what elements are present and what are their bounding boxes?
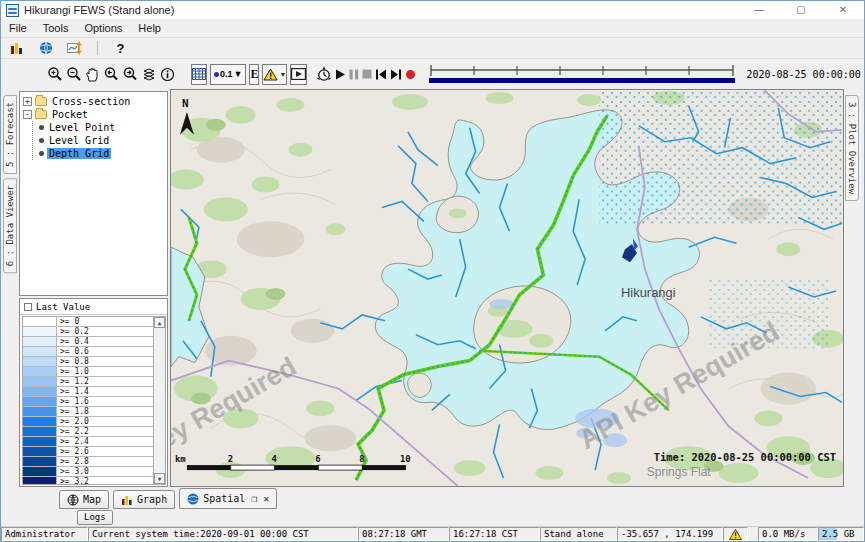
bottom-tab-bar: Map Graph Spatial ❐ ✕ <box>1 487 864 509</box>
first-frame-button[interactable] <box>375 64 387 85</box>
legend-row[interactable]: >= 2.6 <box>23 447 153 457</box>
legend-row[interactable]: >= 2.4 <box>23 437 153 447</box>
legend-row[interactable]: >= 2.0 <box>23 417 153 427</box>
scroll-down-icon[interactable]: ▼ <box>154 473 165 484</box>
chevron-down-icon: ▼ <box>234 69 243 79</box>
legend-row[interactable]: >= 2.8 <box>23 457 153 467</box>
tab-spatial[interactable]: Spatial ❐ ✕ <box>179 488 277 509</box>
tab-plot-overview[interactable]: 3 : Plot Overview <box>845 95 859 201</box>
bars-icon <box>10 41 24 55</box>
stop-button[interactable] <box>362 64 372 85</box>
zoom-previous-icon <box>103 66 119 82</box>
legend-swatch <box>23 347 57 356</box>
stream-dots-ne <box>599 90 843 224</box>
tree-item-pocket[interactable]: - Pocket <box>23 108 167 121</box>
map-canvas[interactable]: API Key Required API Key Required Hikura… <box>170 89 844 487</box>
legend-row[interactable]: >= 1.0 <box>23 367 153 377</box>
layers-button[interactable] <box>141 64 157 85</box>
pan-button[interactable] <box>85 64 100 85</box>
status-gmt-time: 08:27:18 GMT <box>358 527 449 541</box>
maximize-button[interactable]: ▢ <box>780 1 822 19</box>
legend-row[interactable]: >= 0 <box>23 317 153 327</box>
close-button[interactable]: ✕ <box>822 1 864 19</box>
legend-swatch <box>23 477 57 485</box>
scale-tick: 4 <box>272 454 277 464</box>
explorer-button[interactable] <box>6 38 27 59</box>
expand-icon[interactable]: + <box>23 97 32 106</box>
toolbar-separator <box>97 41 98 55</box>
svg-text:N: N <box>182 97 189 110</box>
tree-item-label: Level Grid <box>47 135 111 146</box>
folder-icon <box>35 97 47 106</box>
legend-swatch <box>23 357 57 366</box>
legend-swatch <box>23 417 57 426</box>
app-logo-icon <box>6 4 19 17</box>
skip-start-icon <box>375 69 387 80</box>
legend-row[interactable]: >= 2.2 <box>23 427 153 437</box>
tree-item-level-point[interactable]: Level Point <box>37 121 167 134</box>
legend-row[interactable]: >= 1.6 <box>23 397 153 407</box>
class-break-dropdown[interactable]: 0.1 ▼ <box>210 64 246 85</box>
tree-item-level-grid[interactable]: Level Grid <box>37 134 167 147</box>
logs-row: Logs <box>1 509 864 526</box>
map-display-button[interactable] <box>35 38 56 59</box>
main-toolbar: ? <box>1 37 864 59</box>
zoom-in-button[interactable] <box>47 64 63 85</box>
minimize-button[interactable]: — <box>738 1 780 19</box>
status-warning[interactable] <box>723 527 748 541</box>
logs-button[interactable]: Logs <box>77 510 113 525</box>
legend-row[interactable]: >= 1.8 <box>23 407 153 417</box>
scroll-up-icon[interactable]: ▲ <box>154 317 165 328</box>
menu-help[interactable]: Help <box>130 22 169 34</box>
legend-row[interactable]: >= 0.8 <box>23 357 153 367</box>
menu-file[interactable]: File <box>1 22 35 34</box>
tab-forecast[interactable]: 5 : Forecast <box>3 95 17 174</box>
legend-row[interactable]: >= 1.2 <box>23 377 153 387</box>
menu-tools[interactable]: Tools <box>35 22 77 34</box>
animation-button[interactable] <box>290 64 307 85</box>
globe-icon <box>187 493 199 505</box>
status-bar: Administrator Current system time:2020-0… <box>1 526 864 541</box>
legend-swatch <box>23 337 57 346</box>
legend-row[interactable]: >= 3.0 <box>23 467 153 477</box>
tab-data-viewer[interactable]: 6 : Data Viewer <box>3 178 17 273</box>
play-button[interactable] <box>335 64 346 85</box>
help-button[interactable]: ? <box>110 38 131 59</box>
legend-scrollbar[interactable]: ▲ ▼ <box>153 316 166 485</box>
timeseries-display-button[interactable] <box>64 38 85 59</box>
grid-button[interactable] <box>191 64 207 85</box>
title-bar: Hikurangi FEWS (Stand alone) — ▢ ✕ <box>1 1 864 19</box>
chart-arrow-icon <box>67 41 83 55</box>
collapse-icon[interactable]: - <box>23 110 32 119</box>
record-button[interactable] <box>405 64 416 85</box>
legend-row[interactable]: >= 0.4 <box>23 337 153 347</box>
legend-swatch <box>23 437 57 446</box>
label-button[interactable]: E <box>249 64 259 85</box>
menu-options[interactable]: Options <box>76 22 130 34</box>
tab-graph[interactable]: Graph <box>113 490 175 509</box>
tab-map[interactable]: Map <box>59 490 109 509</box>
pause-button[interactable] <box>349 64 359 85</box>
record-icon <box>405 69 416 80</box>
tree-item-cross-section[interactable]: + Cross-section <box>23 95 167 108</box>
zoom-previous-button[interactable] <box>103 64 119 85</box>
chevron-down-icon: ▼ <box>279 71 286 78</box>
info-button[interactable] <box>160 64 175 85</box>
warning-dropdown[interactable]: ▼ <box>262 64 287 85</box>
tree-item-depth-grid[interactable]: Depth Grid <box>37 147 167 160</box>
last-frame-button[interactable] <box>390 64 402 85</box>
info-icon <box>160 67 175 82</box>
detach-tab-icon[interactable]: ❐ <box>251 493 257 504</box>
timer-button[interactable] <box>316 64 332 85</box>
legend-row[interactable]: >= 0.2 <box>23 327 153 337</box>
last-value-checkbox[interactable] <box>24 303 32 311</box>
legend-swatch <box>23 397 57 406</box>
legend-swatch <box>23 377 57 386</box>
zoom-next-button[interactable] <box>122 64 138 85</box>
legend-row[interactable]: >= 0.6 <box>23 347 153 357</box>
legend-row[interactable]: >= 1.4 <box>23 387 153 397</box>
close-tab-icon[interactable]: ✕ <box>263 493 269 504</box>
zoom-out-button[interactable] <box>66 64 82 85</box>
legend-row[interactable]: >= 3.2 <box>23 477 153 485</box>
time-slider[interactable] <box>425 63 739 85</box>
